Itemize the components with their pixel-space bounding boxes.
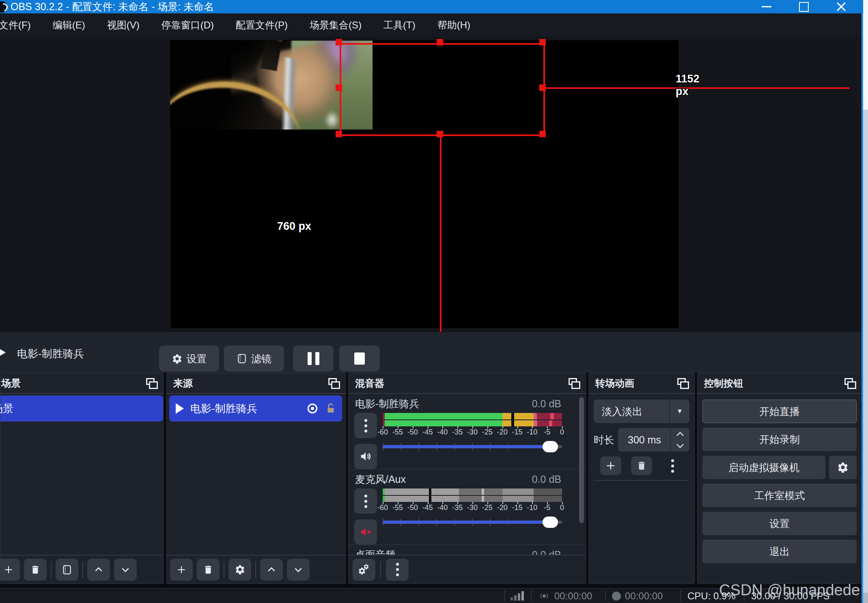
handle-top-right[interactable] <box>539 39 546 45</box>
kebab-icon <box>364 419 367 432</box>
popout-icon[interactable] <box>145 378 157 389</box>
source-move-up-button[interactable] <box>260 559 283 581</box>
signal-bars-icon <box>510 591 524 601</box>
audio-mixer-panel: 混音器 电影-制胜骑兵 0.0 dB <box>348 373 586 584</box>
transition-select[interactable]: 淡入淡出 ▼ <box>594 400 689 423</box>
channel-name: 电影-制胜骑兵 <box>355 397 419 411</box>
menu-help[interactable]: 帮助(H) <box>426 19 481 32</box>
toolbar-separator <box>224 561 224 578</box>
meter-scale: -60-55-50-45-40-35-30-25-20-15-10-50 <box>383 503 562 513</box>
preview-area: 1152 px 760 px <box>0 37 863 332</box>
studio-mode-button[interactable]: 工作室模式 <box>702 484 857 507</box>
filter-icon <box>237 353 247 364</box>
spinner-up-button[interactable] <box>671 428 689 440</box>
mixer-channel-desktop: 桌面音频 0.0 dB -60-55-50-45-40-35-30-25-20-… <box>349 545 586 555</box>
channel-name: 麦克风/Aux <box>355 473 406 486</box>
slider-handle[interactable] <box>543 517 558 528</box>
popout-icon[interactable] <box>568 378 580 389</box>
media-pause-button[interactable] <box>293 346 334 372</box>
add-transition-button[interactable] <box>600 456 621 475</box>
source-selection-box[interactable] <box>340 43 545 136</box>
source-properties-button[interactable] <box>228 559 251 581</box>
handle-top-left[interactable] <box>336 39 342 45</box>
remove-transition-button[interactable] <box>631 456 652 475</box>
vu-meter-left <box>383 413 562 419</box>
add-scene-button[interactable] <box>0 559 20 581</box>
remove-source-button[interactable] <box>197 559 220 581</box>
channel-menu-button[interactable] <box>354 488 377 514</box>
scene-list-item[interactable]: 场景 <box>0 396 163 421</box>
menu-tools[interactable]: 工具(T) <box>373 19 426 32</box>
status-divider <box>605 590 606 602</box>
eye-visible-icon[interactable] <box>306 402 319 415</box>
popout-icon[interactable] <box>676 378 689 389</box>
media-controls-row: 电影-制胜骑兵 设置 滤镜 00:00:11 / -00:03:18 <box>0 332 863 373</box>
height-px-label: 760 px <box>277 220 311 233</box>
virtual-camera-config-button[interactable] <box>829 456 857 479</box>
scene-move-up-button[interactable] <box>87 559 110 581</box>
scale-tick: -55 <box>392 428 403 437</box>
start-recording-button[interactable]: 开始录制 <box>702 428 857 451</box>
channel-mute-button[interactable] <box>354 519 377 545</box>
popout-icon[interactable] <box>327 378 340 389</box>
menu-edit[interactable]: 编辑(E) <box>42 19 96 32</box>
scenes-list: 场景 <box>0 394 163 555</box>
scale-tick: -30 <box>467 504 478 512</box>
status-divider <box>504 590 505 602</box>
toolbar-separator <box>51 561 52 578</box>
scenes-title: 场景 <box>1 377 21 390</box>
media-filters-button[interactable]: 滤镜 <box>224 346 284 372</box>
controls-panel: 控制按钮 开始直播 开始录制 启动虚拟摄像机 工作室模式 设置 退出 <box>697 373 862 584</box>
scale-tick: -45 <box>422 428 433 437</box>
channel-mute-button[interactable] <box>354 444 377 469</box>
sources-header: 来源 <box>167 373 345 394</box>
menu-scene-collection[interactable]: 场景集合(S) <box>299 19 373 32</box>
scene-filters-button[interactable] <box>56 559 78 581</box>
exit-button[interactable]: 退出 <box>702 540 857 563</box>
remove-scene-button[interactable] <box>24 559 47 581</box>
advanced-audio-button[interactable] <box>353 559 375 581</box>
add-source-button[interactable] <box>170 559 193 581</box>
double-gear-icon <box>358 564 370 576</box>
maximize-button[interactable] <box>785 0 823 13</box>
menu-view[interactable]: 视图(V) <box>96 19 151 32</box>
source-list-item[interactable]: 电影-制胜骑兵 <box>169 396 342 421</box>
record-icon <box>612 592 621 601</box>
playing-icon <box>0 347 6 358</box>
media-properties-button[interactable]: 设置 <box>159 346 219 372</box>
slider-handle[interactable] <box>543 441 558 452</box>
handle-bottom-right[interactable] <box>539 131 546 137</box>
scene-move-down-button[interactable] <box>114 559 137 581</box>
slider-fill <box>383 445 555 448</box>
channel-menu-button[interactable] <box>354 413 377 438</box>
transition-menu-button[interactable] <box>662 456 683 475</box>
source-move-down-button[interactable] <box>287 559 310 581</box>
lock-unlocked-icon[interactable] <box>325 402 336 415</box>
close-button[interactable] <box>823 0 860 13</box>
vu-meter-right <box>383 420 562 426</box>
volume-slider[interactable] <box>383 439 562 455</box>
menu-file[interactable]: 文件(F) <box>0 19 42 32</box>
start-virtual-camera-button[interactable]: 启动虚拟摄像机 <box>702 456 825 479</box>
volume-slider[interactable] <box>383 514 562 530</box>
menu-profile[interactable]: 配置文件(P) <box>225 19 299 32</box>
minimize-icon <box>762 6 771 7</box>
minimize-button[interactable] <box>748 0 785 13</box>
transitions-title: 转场动画 <box>595 377 634 390</box>
mixer-title: 混音器 <box>355 377 384 390</box>
media-stop-button[interactable] <box>339 346 380 372</box>
spinner-down-button[interactable] <box>671 440 689 452</box>
settings-button[interactable]: 设置 <box>702 512 857 535</box>
menu-docks[interactable]: 停靠窗口(D) <box>151 19 225 32</box>
popout-icon[interactable] <box>844 378 856 389</box>
handle-mid-left[interactable] <box>336 84 342 91</box>
handle-top-center[interactable] <box>437 39 443 45</box>
dropdown-arrow-icon[interactable]: ▼ <box>669 400 689 423</box>
mixer-scrollbar[interactable] <box>579 397 584 523</box>
controls-title: 控制按钮 <box>704 377 743 390</box>
program-canvas[interactable]: 1152 px 760 px <box>171 40 678 328</box>
start-streaming-button[interactable]: 开始直播 <box>702 400 857 423</box>
mixer-menu-button[interactable] <box>386 559 409 581</box>
duration-spinner[interactable]: 300 ms <box>618 428 689 452</box>
handle-bottom-left[interactable] <box>336 131 342 137</box>
